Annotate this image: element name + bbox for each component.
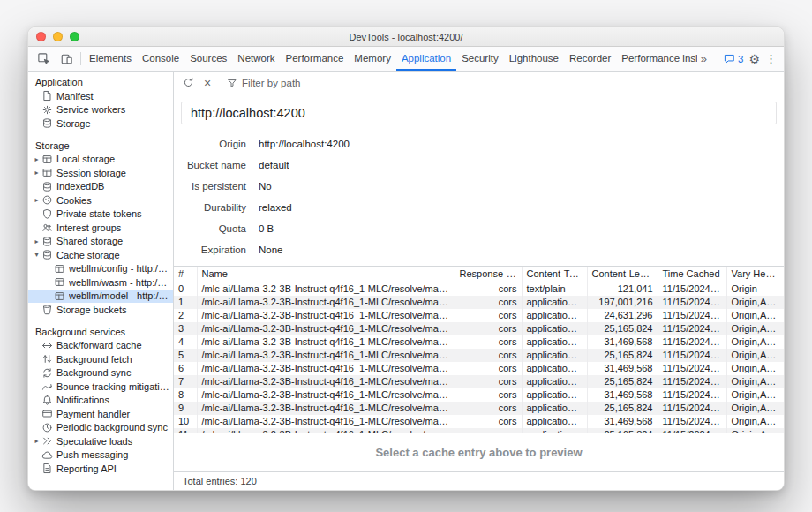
window-titlebar[interactable]: DevTools - localhost:4200/ — [28, 27, 784, 47]
expander-closed-icon[interactable]: ▸ — [32, 169, 41, 177]
document-icon — [41, 90, 56, 102]
refresh-button[interactable] — [178, 73, 198, 93]
cache-metadata: Originhttp://localhost:4200Bucket namede… — [174, 133, 784, 260]
table-icon — [54, 276, 69, 288]
cell-name: /mlc-ai/Llama-3.2-3B-Instruct-q4f16_1-ML… — [197, 362, 455, 375]
sidebar-item-bounce-tracking-mitigations[interactable]: Bounce tracking mitigations — [28, 380, 173, 394]
tab-security[interactable]: Security — [456, 47, 504, 71]
cache-entry-row[interactable]: 1/mlc-ai/Llama-3.2-3B-Instruct-q4f16_1-M… — [174, 296, 784, 309]
close-window-button[interactable] — [36, 32, 46, 41]
cache-entry-row[interactable]: 2/mlc-ai/Llama-3.2-3B-Instruct-q4f16_1-M… — [174, 309, 784, 322]
cell-time-cached: 11/15/2024, 10… — [658, 349, 726, 362]
column-header-content-length[interactable]: Content-Length — [587, 267, 658, 282]
sidebar-item-storage-buckets[interactable]: Storage buckets — [28, 303, 173, 317]
tab-label: Elements — [89, 53, 132, 64]
sidebar-item-payment-handler[interactable]: Payment handler — [28, 407, 173, 421]
cloud-icon — [41, 449, 56, 461]
sidebar-item-cookies[interactable]: ▸Cookies — [28, 193, 173, 207]
sidebar-item-local-storage[interactable]: ▸Local storage — [28, 153, 173, 167]
sidebar-item-reporting-api[interactable]: Reporting API — [28, 462, 173, 476]
tab-recorder[interactable]: Recorder — [564, 47, 616, 71]
cache-entry-row[interactable]: 7/mlc-ai/Llama-3.2-3B-Instruct-q4f16_1-M… — [174, 375, 784, 388]
sidebar-item-indexeddb[interactable]: IndexedDB — [28, 180, 173, 194]
sidebar-item-back-forward-cache[interactable]: Back/forward cache — [28, 339, 173, 353]
sidebar-item-private-state-tokens[interactable]: Private state tokens — [28, 207, 173, 222]
cache-entry-row[interactable]: 0/mlc-ai/Llama-3.2-3B-Instruct-q4f16_1-M… — [174, 282, 784, 296]
tab-memory[interactable]: Memory — [349, 47, 396, 71]
expander-open-icon[interactable]: ▾ — [32, 251, 41, 259]
cell-content-type: application/oc… — [522, 402, 587, 415]
metadata-value: None — [259, 245, 283, 255]
more-options-icon[interactable]: ⋮ — [765, 53, 777, 64]
sidebar-item-webllm-wasm-http-loca[interactable]: webllm/wasm - http://loca… — [28, 275, 173, 290]
tab-application[interactable]: Application — [396, 47, 456, 71]
sidebar-item-session-storage[interactable]: ▸Session storage — [28, 166, 173, 180]
sidebar-item-interest-groups[interactable]: Interest groups — [28, 221, 173, 235]
expander-closed-icon[interactable]: ▸ — [32, 155, 41, 163]
tab-label: Performance insights — [621, 53, 697, 64]
sidebar-item-periodic-background-sync[interactable]: Periodic background sync — [28, 421, 173, 435]
cell-index: 4 — [174, 335, 197, 349]
sidebar-item-background-fetch[interactable]: Background fetch — [28, 352, 173, 366]
filter-funnel-icon — [227, 78, 237, 88]
sidebar-item-label: Bounce tracking mitigations — [56, 381, 173, 392]
sidebar-item-speculative-loads[interactable]: ▸Speculative loads — [28, 434, 173, 448]
metadata-value: http://localhost:4200 — [259, 139, 350, 149]
cache-entry-row[interactable]: 10/mlc-ai/Llama-3.2-3B-Instruct-q4f16_1-… — [174, 415, 784, 428]
tab-performance-insights[interactable]: Performance insights — [616, 47, 697, 71]
sidebar-item-label: Storage — [56, 118, 173, 129]
cell-name: /mlc-ai/Llama-3.2-3B-Instruct-q4f16_1-ML… — [197, 402, 455, 415]
sidebar-item-push-messaging[interactable]: Push messaging — [28, 448, 173, 463]
messages-button[interactable]: 3 — [724, 53, 743, 64]
delete-selected-button[interactable]: × — [198, 73, 217, 93]
column-header-vary-header[interactable]: Vary Header — [726, 267, 784, 282]
clock-icon — [41, 422, 56, 433]
column-header-response-type[interactable]: Response-Type — [455, 267, 522, 282]
tab-console[interactable]: Console — [137, 47, 184, 71]
fullscreen-window-button[interactable] — [70, 32, 79, 41]
sidebar-item-webllm-config-http-loc[interactable]: webllm/config - http://loc… — [28, 262, 173, 276]
sidebar-item-manifest[interactable]: Manifest — [28, 89, 173, 103]
column-header-content-type[interactable]: Content-Type — [522, 267, 587, 282]
filter-by-path-input[interactable]: Filter by path — [223, 78, 300, 88]
tab-elements[interactable]: Elements — [84, 47, 137, 71]
column-header-name[interactable]: Name — [197, 267, 455, 282]
cell-time-cached: 11/15/2024, 10… — [658, 322, 726, 335]
traffic-lights — [28, 32, 79, 41]
tab-label: Performance — [286, 53, 344, 64]
tab-network[interactable]: Network — [232, 47, 280, 71]
tab-performance[interactable]: Performance — [281, 47, 350, 71]
minimize-window-button[interactable] — [53, 32, 63, 41]
cell-content-type: application/oc… — [522, 415, 587, 428]
cell-content-type: application/oc… — [522, 388, 587, 402]
column-header-time-cached[interactable]: Time Cached — [658, 267, 726, 282]
inspect-element-button[interactable] — [32, 47, 55, 71]
sidebar-item-label: Storage buckets — [56, 305, 173, 315]
tab-lighthouse[interactable]: Lighthouse — [504, 47, 564, 71]
cell-content-length: 31,469,568 — [587, 362, 658, 375]
cache-entry-row[interactable]: 9/mlc-ai/Llama-3.2-3B-Instruct-q4f16_1-M… — [174, 402, 784, 415]
cache-entry-row[interactable]: 8/mlc-ai/Llama-3.2-3B-Instruct-q4f16_1-M… — [174, 388, 784, 402]
sidebar-item-notifications[interactable]: Notifications — [28, 394, 173, 408]
sidebar-item-webllm-model-http-loc[interactable]: webllm/model - http://loc… — [28, 290, 173, 304]
sidebar-item-background-sync[interactable]: Background sync — [28, 366, 173, 380]
toggle-device-toolbar-button[interactable] — [55, 47, 78, 71]
cache-table-header-row: #NameResponse-TypeContent-TypeContent-Le… — [174, 267, 784, 282]
tab-sources[interactable]: Sources — [184, 47, 232, 71]
column-header-index[interactable]: # — [174, 267, 197, 282]
sidebar-item-shared-storage[interactable]: ▸Shared storage — [28, 235, 173, 249]
more-tabs-button[interactable]: » — [701, 52, 707, 65]
expander-closed-icon[interactable]: ▸ — [32, 196, 41, 204]
sidebar-item-cache-storage[interactable]: ▾Cache storage — [28, 248, 173, 262]
cache-entry-row[interactable]: 5/mlc-ai/Llama-3.2-3B-Instruct-q4f16_1-M… — [174, 349, 784, 362]
cache-entry-row[interactable]: 3/mlc-ai/Llama-3.2-3B-Instruct-q4f16_1-M… — [174, 322, 784, 335]
cell-content-length: 25,165,824 — [587, 349, 658, 362]
cache-entry-row[interactable]: 4/mlc-ai/Llama-3.2-3B-Instruct-q4f16_1-M… — [174, 335, 784, 349]
expander-closed-icon[interactable]: ▸ — [32, 237, 41, 245]
settings-gear-icon[interactable]: ⚙ — [748, 53, 760, 65]
expander-closed-icon[interactable]: ▸ — [32, 437, 41, 445]
cache-entry-row[interactable]: 6/mlc-ai/Llama-3.2-3B-Instruct-q4f16_1-M… — [174, 362, 784, 375]
metadata-value: No — [259, 181, 272, 192]
sidebar-item-storage[interactable]: Storage — [28, 117, 173, 131]
sidebar-item-service-workers[interactable]: Service workers — [28, 103, 173, 117]
